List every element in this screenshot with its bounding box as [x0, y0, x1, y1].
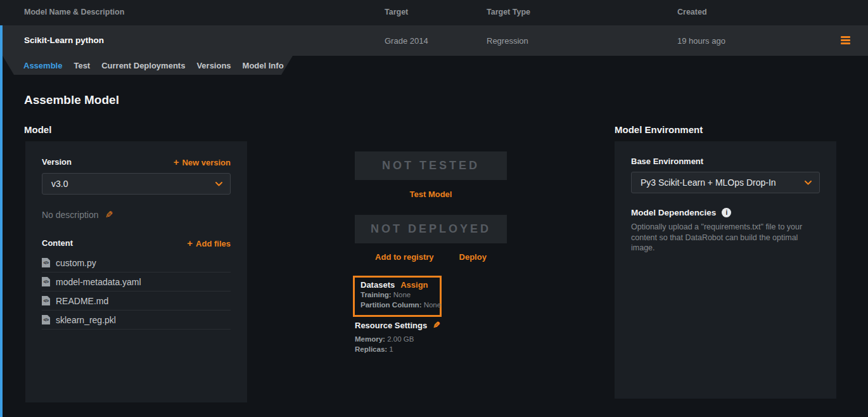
tab-assemble[interactable]: Assemble — [23, 61, 62, 70]
model-target: Grade 2014 — [385, 36, 428, 46]
plus-icon: + — [187, 238, 193, 248]
file-name: custom.py — [56, 258, 96, 268]
content-file-list: </> custom.py </> model-metadata.yaml </… — [42, 253, 231, 330]
col-target: Target — [385, 8, 408, 16]
selected-row-accent-stripe — [0, 25, 3, 417]
model-section-label: Model — [24, 124, 51, 135]
replicas-value: 1 — [389, 345, 393, 353]
tab-model-info[interactable]: Model Info — [243, 61, 284, 70]
dependencies-help-text: Optionally upload a "requirements.txt" f… — [631, 222, 820, 253]
add-files-button[interactable]: +Add files — [187, 238, 231, 248]
environment-card: Base Environment Py3 Scikit-Learn + MLOp… — [615, 141, 836, 399]
training-value: None — [393, 291, 411, 298]
file-item: </> README.md — [42, 292, 231, 311]
file-name: sklearn_reg.pkl — [56, 315, 116, 325]
model-target-type: Regression — [487, 36, 528, 46]
file-item: </> sklearn_reg.pkl — [42, 311, 231, 330]
code-file-icon: </> — [42, 296, 50, 305]
version-value: v3.0 — [51, 179, 68, 189]
chevron-down-icon — [805, 181, 812, 185]
file-name: model-metadata.yaml — [56, 277, 141, 287]
edit-description-pencil-icon[interactable]: ✎ — [105, 209, 113, 221]
deploy-button[interactable]: Deploy — [459, 252, 487, 262]
memory-value: 2.00 GB — [387, 335, 414, 343]
new-version-button[interactable]: +New version — [174, 157, 231, 167]
partition-column-value: None — [424, 301, 442, 309]
plus-icon: + — [174, 157, 179, 167]
code-file-icon: </> — [42, 258, 50, 267]
datasets-label: Datasets — [361, 280, 395, 290]
test-model-button[interactable]: Test Model — [355, 189, 507, 199]
base-environment-select[interactable]: Py3 Scikit-Learn + MLOps Drop-In — [631, 172, 820, 193]
resource-settings-section: Resource Settings ✎ Memory: 2.00 GB Repl… — [355, 320, 440, 354]
code-file-icon: </> — [42, 277, 50, 286]
version-label: Version — [42, 157, 72, 167]
not-deployed-status-badge: NOT DEPLOYED — [355, 215, 507, 243]
assign-dataset-button[interactable]: Assign — [400, 280, 428, 290]
file-name: README.md — [56, 296, 108, 306]
col-model-name: Model Name & Description — [24, 8, 124, 16]
table-header: Model Name & Description Target Target T… — [0, 0, 868, 25]
datasets-highlight-box: Datasets Assign Training: None Partition… — [353, 276, 442, 317]
memory-label: Memory: — [355, 335, 385, 343]
model-name: Scikit-Learn python — [24, 35, 104, 45]
chevron-down-icon — [215, 182, 222, 186]
col-created: Created — [677, 8, 707, 16]
tab-test[interactable]: Test — [73, 61, 90, 70]
edit-resources-pencil-icon[interactable]: ✎ — [433, 320, 440, 330]
tab-versions[interactable]: Versions — [196, 61, 231, 70]
replicas-label: Replicas: — [355, 345, 387, 353]
not-tested-status-badge: NOT TESTED — [355, 151, 507, 180]
assemble-model-page: Model Name & Description Target Target T… — [0, 0, 868, 417]
add-to-registry-button[interactable]: Add to registry — [375, 252, 433, 262]
hamburger-menu-icon[interactable] — [841, 36, 850, 44]
training-label: Training: — [361, 291, 392, 298]
model-dependencies-label: Model Dependencies — [631, 208, 716, 217]
model-created: 19 hours ago — [677, 36, 725, 46]
file-item: </> custom.py — [42, 253, 231, 273]
tab-current-deployments[interactable]: Current Deployments — [101, 61, 185, 70]
model-row[interactable]: Scikit-Learn python Grade 2014 Regressio… — [0, 25, 868, 56]
info-icon[interactable]: i — [722, 208, 731, 217]
partition-column-label: Partition Column: — [361, 301, 421, 309]
model-card: Version +New version v3.0 No description… — [25, 141, 247, 402]
base-environment-label: Base Environment — [631, 157, 820, 166]
version-select[interactable]: v3.0 — [42, 173, 231, 195]
no-description-text: No description — [42, 210, 99, 220]
base-environment-value: Py3 Scikit-Learn + MLOps Drop-In — [641, 177, 776, 188]
code-file-icon: </> — [42, 315, 50, 324]
file-item: </> model-metadata.yaml — [42, 273, 231, 292]
tab-bar: Assemble Test Current Deployments Versio… — [3, 56, 293, 75]
resource-settings-label: Resource Settings — [355, 321, 427, 330]
environment-section-label: Model Environment — [615, 124, 703, 135]
page-title: Assemble Model — [24, 93, 119, 107]
content-label: Content — [42, 238, 73, 248]
col-target-type: Target Type — [487, 8, 530, 16]
